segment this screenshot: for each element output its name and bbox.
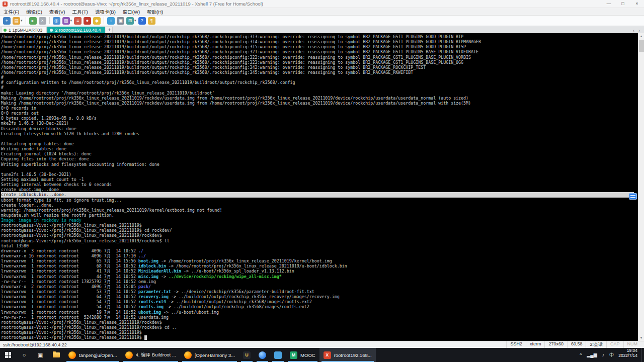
- terminal-line: drwxrwxr-x 3 rootroot rootroot 4096 7月 1…: [1, 248, 644, 253]
- close-button[interactable]: ×: [630, 0, 644, 8]
- terminal-line: total 13580: [1, 243, 644, 248]
- tab-scroll-left-icon[interactable]: ‹: [631, 28, 636, 33]
- terminal-line: drwxrwxr-x 2 rootroot rootroot 4096 7月 1…: [1, 284, 644, 289]
- xshell-window: X rootroot@192.168.40.4 - rootroot@asus-…: [0, 0, 644, 348]
- terminal-line: lrwxrwxrwx 1 rootroot rootroot 44 7月 14 …: [1, 274, 644, 279]
- layout-icon: ⊞: [126, 17, 134, 25]
- toolbar-separator: [104, 17, 104, 24]
- tab-scroll-right-icon[interactable]: ›: [636, 28, 642, 33]
- menu-item[interactable]: 文件(F): [0, 8, 23, 16]
- firefox-icon: [125, 351, 133, 359]
- terminal-line: uboot format type is fit, so ignore trus…: [1, 198, 644, 203]
- print-icon[interactable]: ▣: [117, 17, 124, 25]
- terminal[interactable]: /home/rootroot/proj/rk356x_linux_release…: [0, 33, 644, 341]
- menu-item[interactable]: 选项卡(B): [92, 8, 119, 16]
- menu-item[interactable]: 工具(T): [68, 8, 91, 16]
- search-icon: ○: [23, 352, 26, 358]
- hidden-icons-chevron-icon[interactable]: ^: [577, 352, 584, 357]
- taskbar-app-openharmony[interactable]: [OpenHarmony 3...: [180, 348, 239, 362]
- open-sessions-icon[interactable]: ▤▾: [13, 17, 23, 25]
- taskbar-clock[interactable]: 19:04 2022/7/14: [616, 348, 641, 362]
- notes-icon: [274, 351, 282, 359]
- file-transfer-icon[interactable]: ↕: [107, 17, 115, 25]
- terminal-line: rootroot@asus-Vivo:~/proj/rk356x_linux_r…: [1, 233, 644, 238]
- new-tab-button[interactable]: +: [106, 27, 113, 33]
- scrollbar-marker-icon[interactable]: [629, 193, 637, 200]
- disconnect-icon[interactable]: ×: [39, 17, 46, 25]
- quick-command-icon[interactable]: ≡: [74, 17, 82, 25]
- taskbar-app-browser[interactable]: [255, 348, 270, 362]
- file-explorer-icon[interactable]: [48, 348, 64, 362]
- show-desktop-button[interactable]: [641, 348, 644, 362]
- terminal-line: create idblock.bin...done.: [1, 192, 634, 197]
- taskbar-app-xshell[interactable]: Xrootroot192.168...: [319, 348, 376, 362]
- layout-icon[interactable]: ⊞▾: [126, 17, 136, 25]
- record-icon[interactable]: ●: [84, 17, 91, 25]
- tab-scroll-controls: ‹ ›: [631, 28, 644, 33]
- find-icon[interactable]: ◎: [53, 17, 60, 25]
- maximize-button[interactable]: □: [616, 0, 630, 8]
- file-transfer-icon: ↕: [107, 17, 115, 25]
- terminal-line: /home/rootroot/proj/rk356x_linux_release…: [1, 34, 644, 39]
- terminal-line: rootroot@asus-Vivo:~/proj/rk356x_linux_r…: [1, 223, 644, 228]
- terminal-output: /home/rootroot/proj/rk356x_linux_release…: [0, 33, 644, 340]
- terminal-line: /home/rootroot/proj/rk356x_linux_release…: [1, 55, 644, 60]
- taskbar-app-notes[interactable]: [270, 348, 286, 362]
- taskbar-system-buttons: ○▣: [0, 348, 64, 362]
- terminal-line: make: Leaving directory '/home/rootroot/…: [1, 90, 644, 96]
- lock-screen-icon[interactable]: ◆: [93, 17, 101, 25]
- terminal-scrollbar[interactable]: ▲ ▼: [638, 33, 644, 341]
- taskbar-app-label: MOOC: [300, 352, 315, 358]
- task-view-icon[interactable]: ▣: [32, 348, 48, 362]
- terminal-line: lrwxrwxrwx 1 rootroot rootroot 64 7月 14 …: [1, 294, 644, 299]
- disconnect-icon: ×: [39, 17, 46, 25]
- color-scheme-icon: ▧: [62, 17, 70, 25]
- network-icon[interactable]: ▂▄▆: [584, 352, 599, 357]
- terminal-line: Setting maximal mount count to -1: [1, 177, 644, 182]
- search-icon[interactable]: ○: [16, 348, 32, 362]
- taskbar-app-mooc[interactable]: MMOOC: [286, 348, 319, 362]
- title-bar[interactable]: X rootroot@192.168.40.4 - rootroot@asus-…: [0, 0, 644, 8]
- input-method-indicator[interactable]: 中: [607, 352, 616, 358]
- minimize-button[interactable]: —: [602, 0, 616, 8]
- menu-item[interactable]: 编辑(E): [23, 8, 46, 16]
- terminal-line: rootroot@asus-Vivo:~/proj/rk356x_linux_r…: [1, 335, 644, 340]
- taskbar-app-buildroot-doc[interactable]: 4. 编译 Buildroot ...: [121, 348, 180, 362]
- taskbar-app-label: rootroot192.168...: [334, 352, 372, 358]
- terminal-line: rootroot@asus-Vivo:~/proj/rk356x_linux_r…: [1, 238, 644, 243]
- scrollbar-down-icon[interactable]: ▼: [638, 335, 644, 341]
- scrollbar-thumb[interactable]: [639, 40, 644, 52]
- status-item: 60,58: [567, 341, 586, 348]
- volume-icon[interactable]: ♪: [600, 352, 607, 357]
- menu-item[interactable]: 查看(V): [46, 8, 69, 16]
- lock-screen-icon: ◆: [93, 17, 101, 25]
- taskbar-app-ultraedit[interactable]: U: [239, 348, 255, 362]
- connect-icon[interactable]: ▸: [29, 17, 37, 25]
- task-view-icon: ▣: [38, 352, 43, 358]
- session-tabs: 1 1p5M-UART032 rootroot192.168.40.4: [1, 27, 106, 33]
- taskbar-app-tanpengju[interactable]: tanpengju/Open...: [64, 348, 121, 362]
- scrollbar-up-icon[interactable]: ▲: [638, 33, 644, 39]
- terminal-line: /home/rootroot/proj/rk356x_linux_release…: [1, 49, 644, 54]
- terminal-line: 0+0 records in: [1, 106, 644, 111]
- menu-item[interactable]: 窗口(W): [119, 8, 143, 16]
- start-button[interactable]: [0, 348, 16, 362]
- terminal-line: # configuration written to /home/rootroo…: [1, 80, 644, 85]
- terminal-line: Image: image in rockdev is ready: [1, 218, 644, 223]
- connection-url: ssh://rootroot@192.168.40.4:22: [3, 342, 506, 347]
- open-sessions-icon: ▤: [13, 17, 20, 25]
- color-scheme-icon[interactable]: ▧▾: [62, 17, 72, 25]
- help-icon[interactable]: ?: [138, 17, 146, 25]
- toolbar-separator: [26, 17, 26, 24]
- ultraedit-icon: U: [243, 351, 251, 359]
- session-tab-1[interactable]: 1 1p5M-UART03: [1, 27, 47, 33]
- terminal-line: /home/rootroot/proj/rk356x_linux_release…: [1, 44, 644, 49]
- taskbar-apps: tanpengju/Open...4. 编译 Buildroot ...[Ope…: [64, 348, 376, 362]
- terminal-line: mke2fs 1.46.5 (30-Dec-2021): [1, 121, 644, 126]
- dropdown-arrow-icon: ▾: [21, 19, 23, 23]
- menu-item[interactable]: 帮助(H): [143, 8, 167, 16]
- chat-icon[interactable]: ¶: [148, 17, 155, 25]
- new-session-icon[interactable]: +: [3, 17, 11, 25]
- session-tab-2[interactable]: 2 rootroot192.168.40.4: [47, 27, 105, 33]
- status-item: 2:会话: [586, 341, 606, 348]
